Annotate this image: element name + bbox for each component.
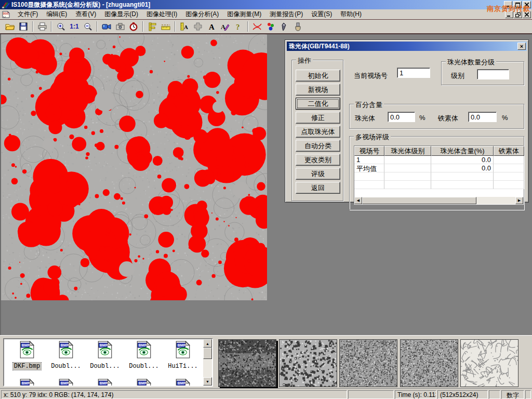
file-name[interactable]: Doubl... xyxy=(128,363,160,370)
rate-button[interactable]: 评级 xyxy=(296,168,340,180)
file-item[interactable]: BMP Doubl... xyxy=(86,341,124,370)
print-button[interactable] xyxy=(36,21,48,33)
binarize-button[interactable]: 二值化 xyxy=(296,98,340,110)
thumbnail-2[interactable] xyxy=(279,339,337,387)
save-button[interactable] xyxy=(17,21,30,33)
brush-icon xyxy=(295,22,301,31)
file-name[interactable]: Doubl... xyxy=(89,363,121,370)
scroll-down-button[interactable]: ▼ xyxy=(203,377,212,385)
new-field-button[interactable]: 新视场 xyxy=(296,84,340,96)
ferrite-input[interactable]: 0.0 xyxy=(468,112,497,122)
grade-input[interactable] xyxy=(477,69,509,79)
caliper-button[interactable] xyxy=(146,21,158,33)
cross-tool-icon xyxy=(194,22,202,31)
spline-tool-button[interactable] xyxy=(251,21,263,33)
file-item[interactable]: BMP xyxy=(164,379,202,387)
table-row[interactable]: 1 0.0 xyxy=(354,156,523,164)
file-item[interactable]: BMP HuiTi... xyxy=(164,341,202,370)
thumbnail-4[interactable] xyxy=(400,339,458,387)
scroll-right-button[interactable]: ▶ xyxy=(515,197,523,204)
micrograph-image[interactable] xyxy=(1,34,267,300)
actual-size-button[interactable]: 1:1 xyxy=(68,21,81,33)
timer-button[interactable] xyxy=(127,21,140,33)
pick-pearlite-button[interactable]: 点取珠光体 xyxy=(296,126,340,138)
pearlite-input[interactable]: 0.0 xyxy=(388,112,415,122)
file-item[interactable]: BMP xyxy=(125,379,163,387)
col-field[interactable]: 视场号 xyxy=(354,146,384,156)
thumbnail-5[interactable] xyxy=(460,339,518,387)
table-hscrollbar[interactable]: ◀ ▶ xyxy=(354,197,523,204)
change-class-button[interactable]: 更改类别 xyxy=(296,154,340,166)
current-field-input[interactable]: 1 xyxy=(397,68,430,78)
menu-report[interactable]: 测量报告(P) xyxy=(265,9,307,20)
scroll-thumb[interactable] xyxy=(362,197,476,204)
correct-button[interactable]: 修正 xyxy=(296,112,340,124)
dialog-title: 珠光体(GB/T9441-88) xyxy=(289,42,350,51)
pearlite-percent-sign: % xyxy=(419,114,425,122)
rating-table[interactable]: 视场号 珠光体级别 珠光体含量(%) 铁素体 1 0.0 平均值 0.0 xyxy=(354,145,524,205)
dialog-titlebar[interactable]: 珠光体(GB/T9441-88) × xyxy=(287,42,527,51)
col-grade[interactable]: 珠光体级别 xyxy=(384,146,431,156)
file-name[interactable]: HuiTi... xyxy=(167,363,199,370)
print-icon xyxy=(38,22,47,31)
menu-edit[interactable]: 编辑(E) xyxy=(42,9,71,20)
watermark-text: 南京货到付款 xyxy=(487,4,530,14)
col-ferrite[interactable]: 铁素体 xyxy=(494,146,524,156)
menu-help[interactable]: 帮助(H) xyxy=(336,9,366,20)
text-icon: A xyxy=(208,22,216,31)
measure-text-button[interactable]: A xyxy=(178,21,191,33)
scroll-track[interactable] xyxy=(476,197,515,204)
dialog-close-button[interactable]: × xyxy=(517,43,526,50)
file-vscrollbar[interactable]: ▲ ▼ xyxy=(203,339,212,385)
file-browser[interactable]: BMP DKF.bmp BMP Doubl... xyxy=(3,338,213,387)
toolbar: 1:1 A A A ? xyxy=(0,20,532,34)
menu-image-measure[interactable]: 图像测量(M) xyxy=(223,9,265,20)
scroll-up-button[interactable]: ▲ xyxy=(203,339,212,348)
annotate-button[interactable]: A xyxy=(219,21,231,33)
measure-text-icon: A xyxy=(180,22,189,31)
file-item[interactable]: BMP xyxy=(8,379,46,387)
annotate-icon: A xyxy=(221,22,230,31)
file-item[interactable]: BMP Doubl... xyxy=(125,341,163,370)
menu-settings[interactable]: 设置(S) xyxy=(307,9,336,20)
svg-text:BMP: BMP xyxy=(99,381,108,385)
file-item[interactable]: BMP xyxy=(86,379,124,387)
brush-button[interactable] xyxy=(291,21,304,33)
ruler-button[interactable] xyxy=(159,21,172,33)
menu-view[interactable]: 查看(V) xyxy=(71,9,100,20)
document-icon[interactable]: DOC xyxy=(2,10,10,19)
table-row[interactable] xyxy=(354,181,523,189)
open-button[interactable] xyxy=(4,21,16,33)
status-empty-3 xyxy=(525,390,531,399)
scroll-thumb[interactable] xyxy=(203,348,212,359)
table-row[interactable] xyxy=(354,172,523,181)
particles-button[interactable] xyxy=(264,21,277,33)
menu-file[interactable]: 文件(F) xyxy=(14,9,42,20)
thumbnail-1[interactable] xyxy=(218,339,276,387)
file-name[interactable]: DKF.bmp xyxy=(13,363,41,370)
file-name[interactable]: Doubl... xyxy=(50,363,82,370)
col-pearlite[interactable]: 珠光体含量(%) xyxy=(431,146,494,156)
zoom-out-button[interactable] xyxy=(82,21,94,33)
thumbnail-3[interactable] xyxy=(339,339,397,387)
zoom-in-button[interactable] xyxy=(55,21,67,33)
init-button[interactable]: 初始化 xyxy=(296,70,340,82)
menu-image-process[interactable]: 图像处理(I) xyxy=(142,9,181,20)
table-row[interactable]: 平均值 0.0 xyxy=(354,164,523,172)
cross-tool-button[interactable] xyxy=(192,21,204,33)
menu-image-display[interactable]: 图像显示(D) xyxy=(100,9,142,20)
scroll-left-button[interactable]: ◀ xyxy=(354,197,362,204)
file-item[interactable]: BMP xyxy=(47,379,85,387)
titlebar: IS100显微摄像系统(金相分析版) - [zhuguangti01] xyxy=(0,0,532,9)
file-item[interactable]: BMP DKF.bmp xyxy=(8,341,46,370)
probe-button[interactable] xyxy=(278,21,290,33)
file-item[interactable]: BMP Doubl... xyxy=(47,341,85,370)
return-button[interactable]: 返回 xyxy=(296,182,340,194)
menu-image-analysis[interactable]: 图像分析(A) xyxy=(181,9,223,20)
auto-classify-button[interactable]: 自动分类 xyxy=(296,140,340,152)
help-button[interactable]: ? xyxy=(232,21,245,33)
text-button[interactable]: A xyxy=(205,21,218,33)
video-button[interactable] xyxy=(100,21,113,33)
capture-button[interactable] xyxy=(114,21,126,33)
table-header-row: 视场号 珠光体级别 珠光体含量(%) 铁素体 xyxy=(354,146,523,156)
